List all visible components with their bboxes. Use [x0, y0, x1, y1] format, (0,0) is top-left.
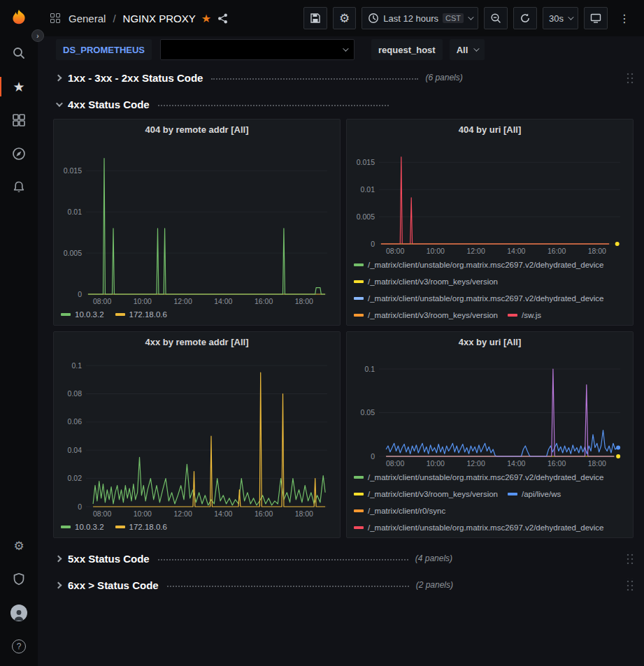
legend-label: 10.0.3.2	[75, 307, 104, 322]
row-dotted-leader	[158, 558, 408, 560]
row-drag-handle[interactable]	[625, 551, 634, 565]
request-host-select[interactable]: All	[450, 39, 485, 60]
row-panel-count: (2 panels)	[416, 580, 453, 590]
refresh-button[interactable]	[513, 7, 537, 29]
active-indicator	[0, 77, 1, 96]
legend-item[interactable]: /sw.js	[508, 307, 541, 322]
legend-item[interactable]: 10.0.3.2	[61, 307, 104, 322]
save-dashboard-button[interactable]	[303, 7, 327, 29]
legend-label: /_matrix/client/unstable/org.matrix.msc2…	[368, 257, 604, 273]
legend-item[interactable]: /_matrix/client/unstable/org.matrix.msc2…	[354, 470, 604, 485]
dashboard-row-5xx[interactable]: 5xx Status Code (4 panels)	[53, 548, 634, 569]
time-range-label: Last 12 hours	[383, 13, 438, 24]
timeseries-chart[interactable]: 00.020.040.060.080.108:0010:0012:0014:00…	[59, 353, 334, 517]
dashboard-settings-button[interactable]: ⚙	[333, 7, 356, 29]
legend-item[interactable]: 10.0.3.2	[61, 519, 104, 535]
legend-label: /_matrix/client/unstable/org.matrix.msc2…	[368, 291, 604, 306]
row-title: 1xx - 3xx - 2xx Status Code	[68, 72, 203, 84]
svg-text:0: 0	[371, 451, 375, 460]
legend-swatch	[354, 509, 364, 512]
sidebar-item-explore[interactable]	[0, 137, 38, 171]
svg-text:0.05: 0.05	[361, 408, 375, 417]
legend-item[interactable]: /_matrix/client/r0/sync	[354, 503, 445, 519]
legend-swatch	[61, 313, 71, 316]
svg-text:12:00: 12:00	[466, 247, 485, 255]
zoom-out-icon	[490, 13, 501, 24]
save-icon	[310, 13, 321, 24]
dashboard-title[interactable]: NGINX PROXY	[123, 13, 196, 24]
avatar	[10, 605, 27, 621]
timeseries-chart[interactable]: 00.0050.010.01508:0010:0012:0014:0016:00…	[59, 140, 334, 305]
favorite-star-icon[interactable]: ★	[201, 12, 211, 25]
sidebar-item-starred[interactable]: ★	[0, 70, 38, 103]
zoom-out-button[interactable]	[484, 7, 508, 29]
legend-item[interactable]: /_matrix/client/unstable/org.matrix.msc2…	[354, 257, 604, 273]
legend-item[interactable]: /_matrix/client/unstable/org.matrix.msc2…	[354, 291, 604, 306]
svg-text:0: 0	[78, 289, 82, 298]
clock-icon	[368, 13, 379, 24]
svg-text:18:00: 18:00	[588, 459, 606, 468]
shield-icon	[12, 572, 26, 586]
svg-text:0.015: 0.015	[64, 166, 82, 174]
share-icon[interactable]	[217, 13, 229, 24]
ds-prometheus-select[interactable]	[160, 39, 355, 60]
sidebar-item-configuration[interactable]: ⚙	[0, 529, 38, 563]
sidebar-item-profile[interactable]	[0, 596, 38, 630]
row-dotted-leader	[158, 103, 389, 106]
legend-item[interactable]: /_matrix/client/v3/room_keys/version	[354, 486, 498, 502]
svg-text:0: 0	[371, 239, 375, 247]
legend-swatch	[354, 263, 364, 266]
row-title: 6xx > Status Code	[68, 579, 159, 591]
legend-swatch	[354, 526, 364, 529]
svg-text:10:00: 10:00	[427, 459, 445, 468]
svg-text:08:00: 08:00	[386, 459, 404, 468]
sidebar-item-search[interactable]	[0, 36, 38, 70]
panel-404-by-uri: 404 by uri [All] 00.0050.010.01508:0010:…	[346, 119, 634, 326]
dashboard-row-4xx[interactable]: 4xx Status Code	[53, 94, 634, 115]
breadcrumb-section[interactable]: General	[69, 13, 106, 24]
refresh-interval-select[interactable]: 30s	[543, 7, 578, 29]
dashboard-row-1xx-3xx-2xx[interactable]: 1xx - 3xx - 2xx Status Code (6 panels)	[53, 67, 634, 88]
legend-item[interactable]: /_matrix/client/unstable/org.matrix.msc2…	[354, 520, 604, 535]
sidebar-item-help[interactable]: ?	[0, 630, 38, 663]
chevron-down-icon	[56, 100, 63, 107]
svg-text:0.06: 0.06	[68, 417, 83, 426]
sidebar-expand-button[interactable]: ›	[31, 29, 44, 42]
time-range-picker[interactable]: Last 12 hours CST	[362, 7, 478, 29]
timeseries-chart[interactable]: 00.050.108:0010:0012:0014:0016:0018:00	[352, 353, 627, 468]
legend-item[interactable]: 172.18.0.6	[115, 519, 167, 535]
svg-text:0.01: 0.01	[361, 184, 375, 193]
legend-item[interactable]: /api/live/ws	[508, 486, 561, 502]
svg-text:10:00: 10:00	[427, 247, 445, 255]
legend-swatch	[354, 280, 364, 283]
row-drag-handle[interactable]	[625, 578, 634, 592]
more-options-button[interactable]: ⋮	[613, 7, 636, 29]
panel-title[interactable]: 404 by uri [All]	[352, 120, 627, 140]
legend-item[interactable]: 172.18.0.6	[115, 307, 167, 322]
legend-swatch	[61, 526, 71, 528]
svg-text:14:00: 14:00	[507, 247, 525, 255]
sidebar-item-server-admin[interactable]	[0, 563, 38, 596]
sidebar-item-alerting[interactable]	[0, 171, 38, 204]
row-dotted-leader	[211, 77, 418, 80]
row-drag-handle[interactable]	[625, 71, 634, 85]
legend-item[interactable]: /_matrix/client/v3/room_keys/version	[354, 274, 498, 289]
svg-text:08:00: 08:00	[93, 509, 111, 517]
chevron-right-icon	[55, 581, 62, 588]
kebab-icon: ⋮	[619, 12, 630, 25]
legend-label: /_matrix/client/v3/room_keys/version	[368, 307, 498, 322]
timeseries-chart[interactable]: 00.0050.010.01508:0010:0012:0014:0016:00…	[352, 140, 627, 255]
tv-mode-button[interactable]	[584, 7, 608, 29]
apps-icon	[50, 13, 60, 23]
star-icon: ★	[13, 79, 24, 95]
panel-title[interactable]: 4xx by remote addr [All]	[59, 332, 334, 353]
dashboard-row-6xx[interactable]: 6xx > Status Code (2 panels)	[53, 574, 634, 595]
panel-title[interactable]: 4xx by uri [All]	[352, 332, 627, 353]
grafana-logo[interactable]	[0, 0, 38, 36]
panel-title[interactable]: 404 by remote addr [All]	[59, 120, 334, 140]
svg-text:16:00: 16:00	[255, 297, 273, 305]
timezone-badge: CST	[443, 13, 464, 23]
svg-text:16:00: 16:00	[548, 459, 566, 468]
sidebar-item-dashboards[interactable]	[0, 103, 38, 137]
legend-item[interactable]: /_matrix/client/v3/room_keys/version	[354, 307, 498, 322]
